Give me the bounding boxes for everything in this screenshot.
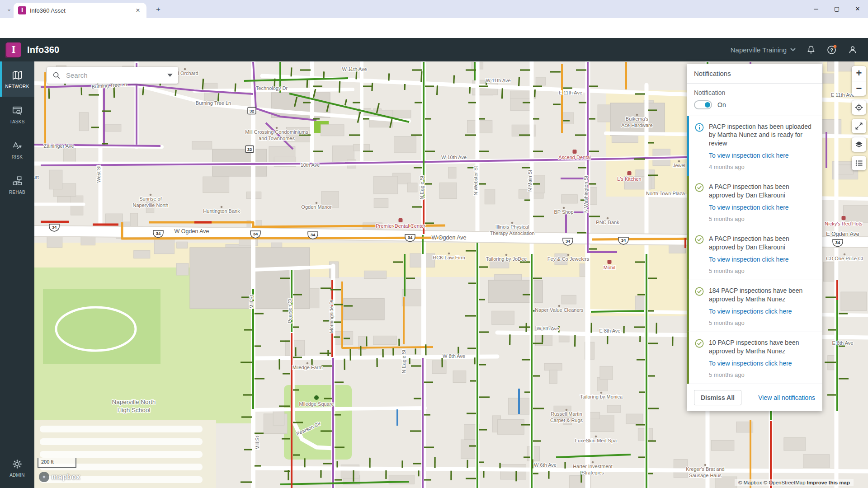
expand-arrows-icon bbox=[854, 122, 863, 131]
svg-text:N Main St: N Main St bbox=[527, 170, 533, 192]
risk-icon bbox=[11, 140, 23, 152]
svg-text:Buikema's: Buikema's bbox=[626, 116, 649, 122]
svg-text:E 11th Ave: E 11th Ave bbox=[559, 90, 582, 95]
notification-link[interactable]: To view inspection click here bbox=[709, 152, 816, 159]
notification-link[interactable]: To view inspection click here bbox=[709, 256, 816, 263]
notification-link[interactable]: To view inspections click here bbox=[709, 360, 816, 367]
search-icon bbox=[52, 71, 61, 80]
svg-text:34: 34 bbox=[408, 235, 413, 240]
sidebar-item-network[interactable]: NETWORK bbox=[0, 61, 34, 97]
svg-text:N Webster St: N Webster St bbox=[473, 166, 478, 195]
admin-gear-icon bbox=[11, 458, 23, 470]
window-close-button[interactable]: ✕ bbox=[847, 0, 868, 18]
sidebar-label-admin: ADMIN bbox=[9, 473, 25, 478]
legend-list-button[interactable] bbox=[852, 156, 866, 170]
svg-text:Creekside Court: Creekside Court bbox=[34, 174, 39, 180]
notification-link[interactable]: To view inspections click here bbox=[709, 308, 816, 315]
svg-text:Naperville North: Naperville North bbox=[133, 202, 169, 208]
svg-text:Burning Tree Ln: Burning Tree Ln bbox=[196, 100, 231, 106]
svg-text:34: 34 bbox=[156, 231, 161, 236]
zoom-out-button[interactable]: − bbox=[852, 81, 866, 96]
notification-link[interactable]: To view inspection click here bbox=[709, 204, 816, 211]
mapbox-logo-icon: ⌖ bbox=[39, 472, 49, 482]
sidebar-item-risk[interactable]: RISK bbox=[0, 132, 34, 167]
svg-text:Strategies: Strategies bbox=[581, 470, 604, 475]
success-check-icon bbox=[695, 339, 704, 348]
sidebar-item-tasks[interactable]: TASKS bbox=[0, 97, 34, 132]
success-check-icon bbox=[695, 287, 704, 296]
svg-text:Mill St: Mill St bbox=[255, 436, 260, 450]
svg-text:W Ogden Ave: W Ogden Ave bbox=[175, 228, 209, 235]
svg-text:Tailoring by JoDee: Tailoring by JoDee bbox=[486, 256, 527, 262]
layers-button[interactable] bbox=[852, 137, 866, 152]
notification-timestamp: 5 months ago bbox=[709, 371, 816, 378]
svg-text:PNC Bank: PNC Bank bbox=[596, 220, 619, 225]
svg-text:Carpet & Rugs: Carpet & Rugs bbox=[550, 418, 583, 423]
svg-text:Morningside Dr: Morningside Dr bbox=[329, 299, 334, 333]
notifications-bell-icon[interactable] bbox=[806, 44, 816, 55]
window-minimize-button[interactable]: ─ bbox=[806, 0, 826, 18]
app-header: I Info360 Naperville Training ? bbox=[0, 38, 868, 61]
notification-timestamp: 5 months ago bbox=[709, 267, 816, 274]
view-all-notifications-link[interactable]: View all notifications bbox=[758, 394, 815, 401]
zoom-in-button[interactable]: + bbox=[852, 66, 866, 81]
svg-text:Naper Value Cleaners: Naper Value Cleaners bbox=[535, 307, 584, 313]
fullscreen-button[interactable] bbox=[852, 119, 866, 133]
sidebar-label-tasks: TASKS bbox=[9, 119, 25, 124]
notification-toggle[interactable] bbox=[694, 100, 712, 109]
user-account-icon[interactable] bbox=[847, 44, 858, 55]
improve-map-link[interactable]: Improve this map bbox=[807, 480, 850, 485]
svg-text:RCK Law Firm: RCK Law Firm bbox=[433, 255, 465, 260]
tab-close-icon[interactable]: ✕ bbox=[134, 6, 142, 14]
sidebar-label-risk: RISK bbox=[12, 155, 23, 160]
tasks-icon bbox=[11, 105, 23, 117]
map-search-box bbox=[47, 67, 178, 84]
mapbox-logo[interactable]: ⌖ mapbox bbox=[39, 472, 80, 482]
svg-text:34: 34 bbox=[621, 238, 626, 243]
notification-item: A PACP inspection has been approved by D… bbox=[687, 228, 822, 280]
search-dropdown-caret-icon[interactable] bbox=[167, 74, 173, 77]
sidebar-item-rehab[interactable]: REHAB bbox=[0, 167, 34, 202]
browser-window: ⌄ I Info360 Asset ✕ + ─ ▢ ✕ ← → ⟳ asset.… bbox=[0, 0, 868, 488]
svg-text:Tailoring by Monica: Tailoring by Monica bbox=[580, 394, 623, 399]
notification-message: A PACP inspection has been approved by D… bbox=[709, 235, 816, 251]
window-controls: ─ ▢ ✕ bbox=[806, 0, 868, 18]
svg-text:Miledge Square: Miledge Square bbox=[299, 401, 334, 407]
svg-text:Sausage Haus: Sausage Haus bbox=[689, 473, 722, 478]
sidebar-item-admin[interactable]: ADMIN bbox=[0, 450, 34, 485]
svg-text:N Washington St: N Washington St bbox=[583, 176, 589, 213]
tab-list-chevron-icon[interactable]: ⌄ bbox=[5, 5, 14, 14]
svg-text:W 11th Ave: W 11th Ave bbox=[342, 66, 367, 72]
svg-text:Pearson Ct: Pearson Ct bbox=[287, 298, 292, 323]
dismiss-all-button[interactable]: Dismiss All bbox=[694, 390, 741, 405]
svg-text:32: 32 bbox=[250, 108, 255, 113]
geolocate-button[interactable] bbox=[852, 100, 866, 115]
notification-item: PACP inspection has been uploaded by Mar… bbox=[687, 116, 822, 176]
notification-message: PACP inspection has been uploaded by Mar… bbox=[709, 122, 816, 147]
svg-text:Jewel: Jewel bbox=[673, 163, 685, 168]
search-input[interactable] bbox=[65, 71, 163, 80]
svg-text:E 8th Ave: E 8th Ave bbox=[832, 340, 854, 346]
svg-text:Sunrise of: Sunrise of bbox=[139, 196, 162, 202]
svg-text:Therapy Association: Therapy Association bbox=[490, 230, 534, 236]
info-icon bbox=[695, 123, 704, 132]
notification-message: 10 PACP inspections have been approved b… bbox=[709, 338, 816, 355]
window-maximize-button[interactable]: ▢ bbox=[826, 0, 847, 18]
notification-timestamp: 4 months ago bbox=[709, 164, 816, 170]
svg-text:Naperville North: Naperville North bbox=[112, 399, 156, 405]
attribution-text[interactable]: © Mapbox © OpenStreetMap bbox=[738, 480, 806, 485]
svg-text:34: 34 bbox=[253, 231, 258, 236]
tab-title: Info360 Asset bbox=[30, 7, 130, 14]
network-map-icon bbox=[11, 70, 23, 81]
workspace-selector[interactable]: Naperville Training bbox=[731, 46, 796, 54]
help-icon[interactable]: ? bbox=[826, 44, 837, 55]
svg-text:E 11th Ave: E 11th Ave bbox=[831, 92, 854, 98]
svg-text:Mobil: Mobil bbox=[604, 265, 615, 270]
new-tab-button[interactable]: + bbox=[153, 4, 164, 15]
sidebar-label-network: NETWORK bbox=[5, 84, 29, 89]
browser-tab[interactable]: I Info360 Asset ✕ bbox=[14, 3, 146, 18]
svg-text:W 8th Ave: W 8th Ave bbox=[537, 326, 559, 331]
svg-text:N Eagle St: N Eagle St bbox=[419, 176, 425, 200]
svg-text:Huntington Bank: Huntington Bank bbox=[203, 208, 240, 214]
scale-label: 200 ft bbox=[41, 459, 54, 465]
